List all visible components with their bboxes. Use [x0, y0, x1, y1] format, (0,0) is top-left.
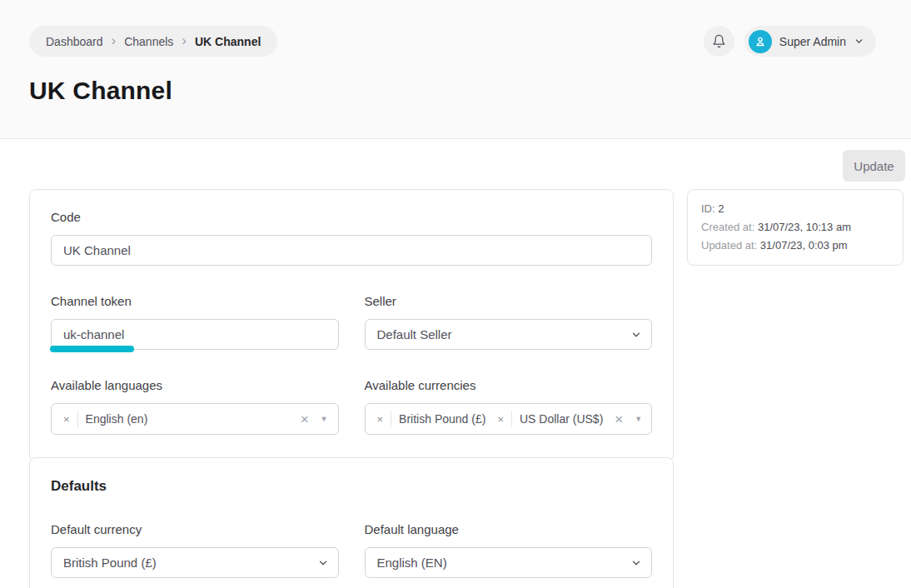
- meta-created-row: Created at: 31/07/23, 10:13 am: [701, 218, 889, 237]
- meta-updated-row: Updated at: 31/07/23, 0:03 pm: [701, 237, 889, 255]
- default-currency-select[interactable]: British Pound (£): [51, 547, 339, 578]
- bell-icon: [712, 34, 726, 48]
- notifications-button[interactable]: [704, 26, 734, 57]
- channel-token-label: Channel token: [51, 293, 339, 310]
- remove-chip-icon[interactable]: ×: [63, 414, 70, 425]
- breadcrumb-channels[interactable]: Channels: [124, 35, 173, 48]
- chip-label: British Pound (£): [399, 412, 485, 426]
- channel-token-field-group: Channel token: [51, 293, 339, 350]
- token-seller-row: Channel token Seller Default Seller: [51, 293, 652, 350]
- header: Dashboard › Channels › UK Channel: [0, 0, 911, 139]
- multiselect-controls: × ▼: [615, 412, 642, 426]
- caret-down-icon: ▼: [635, 416, 642, 423]
- available-languages-label: Available languages: [51, 377, 339, 394]
- languages-currencies-row: Available languages × English (en) × ▼: [51, 377, 652, 435]
- available-currencies-select[interactable]: × British Pound (£) × US Dollar (US$) × …: [365, 403, 653, 435]
- defaults-heading: Defaults: [51, 477, 652, 496]
- meta-created-label: Created at:: [701, 221, 754, 233]
- meta-updated-value: 31/07/23, 0:03 pm: [760, 239, 848, 252]
- channel-token-input[interactable]: [51, 319, 339, 350]
- default-language-label: Default language: [365, 521, 653, 538]
- update-button[interactable]: Update: [843, 150, 905, 182]
- page-title: UK Channel: [29, 76, 911, 106]
- chevron-down-icon: [854, 36, 864, 47]
- chip-divider: [511, 411, 512, 427]
- chip-label: US Dollar (US$): [520, 412, 603, 426]
- defaults-card: Defaults Default currency British Pound …: [29, 457, 674, 588]
- breadcrumb-separator-icon: ›: [182, 33, 187, 49]
- available-languages-field-group: Available languages × English (en) × ▼: [51, 377, 339, 435]
- chip-divider: [77, 411, 78, 427]
- content: Update Code Channel token Seller: [0, 139, 911, 588]
- top-bar: Dashboard › Channels › UK Channel: [0, 0, 911, 57]
- default-language-select[interactable]: English (EN): [365, 547, 653, 578]
- seller-label: Seller: [365, 293, 653, 310]
- selected-currency-chip: × British Pound (£): [377, 411, 486, 427]
- meta-id-label: ID:: [701, 202, 715, 215]
- selected-currency-chip: × US Dollar (US$): [497, 411, 603, 427]
- meta-id-row: ID: 2: [701, 200, 889, 218]
- default-currency-field-group: Default currency British Pound (£): [51, 521, 339, 578]
- clear-all-icon[interactable]: ×: [301, 412, 309, 426]
- code-label: Code: [51, 209, 652, 226]
- user-name: Super Admin: [779, 35, 846, 48]
- defaults-row: Default currency British Pound (£) Defau…: [51, 521, 652, 578]
- meta-id-value: 2: [718, 202, 724, 215]
- chip-divider: [391, 411, 391, 427]
- channel-edit-page: Dashboard › Channels › UK Channel: [0, 0, 911, 588]
- multiselect-controls: × ▼: [301, 412, 328, 426]
- code-input[interactable]: [51, 235, 652, 266]
- clear-all-icon[interactable]: ×: [615, 412, 623, 426]
- available-currencies-field-group: Available currencies × British Pound (£)…: [365, 377, 653, 435]
- seller-field-group: Seller Default Seller: [365, 293, 653, 350]
- breadcrumb-dashboard[interactable]: Dashboard: [46, 35, 103, 48]
- selected-language-chip: × English (en): [63, 411, 147, 427]
- meta-card: ID: 2 Created at: 31/07/23, 10:13 am Upd…: [687, 189, 904, 266]
- channel-form-card: Code Channel token Seller Default Seller: [29, 189, 674, 461]
- top-bar-actions: Super Admin: [704, 26, 876, 57]
- seller-select[interactable]: Default Seller: [365, 319, 653, 350]
- default-currency-label: Default currency: [51, 521, 339, 538]
- chip-label: English (en): [86, 412, 148, 426]
- default-language-field-group: Default language English (EN): [365, 521, 653, 578]
- avatar: [749, 30, 772, 53]
- available-currencies-label: Available currencies: [365, 377, 653, 394]
- breadcrumb-current: UK Channel: [195, 35, 261, 48]
- meta-created-value: 31/07/23, 10:13 am: [758, 221, 851, 233]
- available-languages-select[interactable]: × English (en) × ▼: [51, 403, 339, 435]
- remove-chip-icon[interactable]: ×: [497, 414, 504, 425]
- caret-down-icon: ▼: [321, 416, 328, 423]
- meta-updated-label: Updated at:: [701, 239, 757, 252]
- breadcrumb-separator-icon: ›: [112, 33, 117, 49]
- code-field-group: Code: [51, 209, 652, 266]
- person-icon: [754, 35, 767, 48]
- user-menu-button[interactable]: Super Admin: [744, 26, 876, 57]
- breadcrumb: Dashboard › Channels › UK Channel: [29, 26, 277, 57]
- remove-chip-icon[interactable]: ×: [377, 414, 384, 425]
